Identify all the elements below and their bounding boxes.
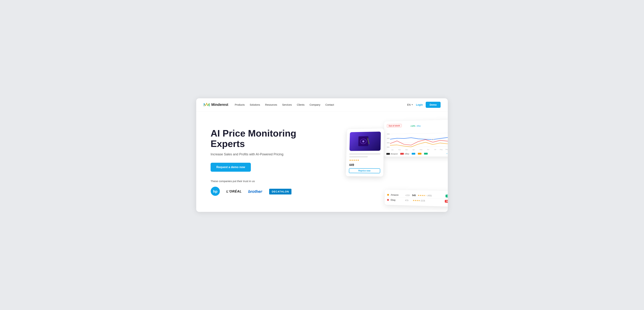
amazon-stock-badge: In stock — [446, 194, 448, 197]
out-of-stock-badge: Out of stock — [387, 124, 402, 128]
nav-link-resources[interactable]: Resources — [265, 103, 277, 106]
ebay-stock-badge: No stock — [445, 200, 448, 203]
svg-text:Mar: Mar — [406, 149, 408, 150]
nav-links: Products Solutions Resources Services Cl… — [235, 103, 407, 106]
amazon-stars: ★★★★☆ (432) — [418, 194, 444, 197]
amazon-indicator — [387, 194, 389, 195]
hero-title-line1: AI Price Monitoring — [210, 128, 296, 139]
nav-link-contact[interactable]: Contact — [326, 103, 334, 106]
product-image — [350, 132, 381, 151]
ebay-stars: ★★★★ (113) — [413, 199, 443, 202]
product-bar-2 — [349, 156, 368, 157]
logo-text: Minderest — [211, 103, 228, 107]
nav-link-services[interactable]: Services — [282, 103, 292, 106]
add-more-label[interactable]: + Add more — [446, 152, 448, 155]
svg-text:hp: hp — [213, 189, 218, 193]
ebay-label: Ebay — [391, 199, 403, 201]
svg-text:Jun: Jun — [427, 149, 429, 150]
legend-target — [424, 153, 428, 155]
nav-right: EN ▼ Login Demo — [407, 102, 440, 108]
logo-icon — [204, 102, 210, 108]
hero-left: AI Price Monitoring Experts Increase Sal… — [210, 128, 330, 196]
svg-text:Feb: Feb — [398, 149, 401, 150]
chart-legend: Amazon eBay — [386, 152, 448, 155]
svg-text:450: 450 — [387, 138, 390, 139]
loreal-logo: L'ORÉAL — [226, 190, 242, 193]
amazon-old-price: +219 — [405, 194, 410, 196]
product-bar-1 — [349, 153, 380, 155]
login-button[interactable]: Login — [416, 103, 423, 106]
svg-text:Sep: Sep — [446, 148, 448, 150]
nav-link-clients[interactable]: Clients — [297, 103, 304, 106]
legend-amazon: Amazon — [386, 153, 398, 155]
svg-point-27 — [432, 139, 434, 140]
cta-button[interactable]: Request a demo now — [210, 163, 251, 172]
dashboard-mockup: ★★★★★ 449 Reprice now Out of stock +10% … — [345, 119, 448, 205]
legend-walmart — [418, 153, 422, 155]
table-panel: Amazon +219 545 ★★★★☆ (432) In stock Eba… — [384, 190, 448, 207]
price-chart: 350 400 450 500 Jan Feb Mar Apr May Jun … — [386, 128, 448, 151]
hero-subtitle: Increase Sales and Profits with AI-Power… — [210, 153, 330, 156]
svg-text:Jan: Jan — [391, 149, 394, 151]
svg-text:May: May — [420, 149, 422, 150]
product-card: ★★★★★ 449 Reprice now — [346, 128, 384, 176]
svg-line-8 — [386, 146, 448, 147]
hero-right: ★★★★★ 449 Reprice now Out of stock +10% … — [344, 111, 448, 212]
amazon-price: 545 — [412, 194, 416, 197]
navbar: Minderest Products Solutions Resources S… — [196, 98, 448, 111]
logo-link[interactable]: Minderest — [204, 102, 228, 108]
svg-text:Apr: Apr — [412, 149, 415, 150]
svg-text:Jul: Jul — [434, 149, 436, 150]
product-price: 449 — [349, 163, 380, 167]
demo-button[interactable]: Demo — [426, 102, 440, 108]
nav-link-solutions[interactable]: Solutions — [250, 103, 260, 106]
legend-ebay2 — [412, 153, 416, 155]
hp-logo: hp — [210, 187, 220, 197]
ebay-indicator — [387, 199, 389, 201]
trust-text: These companies put their trust in us — [210, 179, 330, 183]
brother-logo: brother. — [248, 189, 263, 194]
hero-section: AI Price Monitoring Experts Increase Sal… — [196, 111, 448, 212]
hero-title-line2: Experts — [210, 139, 245, 149]
hero-title: AI Price Monitoring Experts — [210, 128, 330, 149]
svg-line-10 — [386, 137, 448, 138]
chart-panel: Out of stock +10% eBay 350 — [384, 119, 448, 156]
main-card: Minderest Products Solutions Resources S… — [196, 98, 448, 212]
ebay-old-price: 479 — [405, 199, 408, 201]
legend-ebay1: eBay — [400, 153, 409, 155]
nav-link-company[interactable]: Company — [310, 103, 320, 106]
chevron-down-icon: ▼ — [411, 104, 413, 106]
decathlon-logo: DECATHLON — [269, 189, 292, 194]
language-selector[interactable]: EN ▼ — [407, 103, 413, 106]
svg-text:400: 400 — [387, 142, 390, 144]
svg-text:350: 350 — [387, 146, 390, 148]
svg-text:Aug: Aug — [440, 149, 442, 150]
amazon-label: Amazon — [391, 193, 403, 196]
nav-link-products[interactable]: Products — [235, 103, 244, 106]
svg-text:500: 500 — [387, 133, 390, 135]
svg-line-11 — [387, 133, 448, 134]
brand-logos: hp L'ORÉAL brother. DECATHLON — [210, 187, 330, 197]
reprice-button[interactable]: Reprice now — [349, 168, 380, 173]
lang-label: EN — [407, 103, 410, 106]
product-stars: ★★★★★ — [349, 159, 380, 161]
